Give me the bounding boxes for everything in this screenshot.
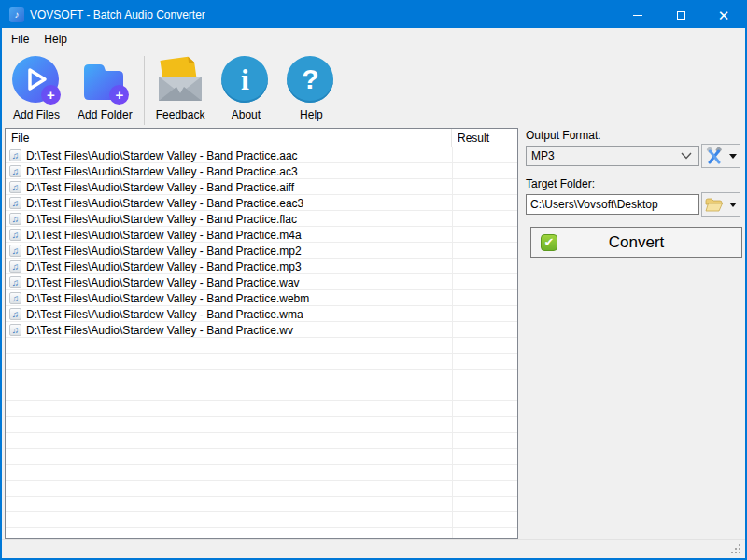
target-folder-label: Target Folder:: [526, 177, 595, 190]
file-list-row[interactable]: ♫ D:\Test Files\Audio\Stardew Valley - B…: [6, 195, 517, 211]
column-header-result[interactable]: Result: [452, 129, 517, 147]
minimize-icon: [633, 15, 642, 16]
column-header-file[interactable]: File: [6, 129, 452, 147]
format-settings-button[interactable]: [701, 144, 740, 168]
audio-file-icon: ♫: [9, 292, 21, 304]
app-icon-glyph: ♪: [15, 10, 20, 20]
dropdown-arrow-icon: [729, 203, 737, 207]
menu-file[interactable]: File: [4, 30, 36, 49]
audio-file-icon: ♫: [9, 165, 21, 177]
file-path-cell: ♫ D:\Test Files\Audio\Stardew Valley - B…: [6, 308, 452, 321]
file-path-cell: ♫ D:\Test Files\Audio\Stardew Valley - B…: [6, 245, 452, 258]
resize-grip[interactable]: [739, 552, 740, 553]
file-path: D:\Test Files\Audio\Stardew Valley - Ban…: [26, 324, 293, 337]
toolbar-separator: [144, 56, 145, 125]
file-path-cell: ♫ D:\Test Files\Audio\Stardew Valley - B…: [6, 292, 452, 305]
add-files-icon: +: [12, 56, 61, 105]
add-files-label: Add Files: [13, 108, 60, 121]
output-format-label: Output Format:: [526, 129, 601, 142]
audio-file-icon: ♫: [9, 229, 21, 241]
convert-label: Convert: [557, 233, 715, 252]
window-controls: ✕: [616, 2, 745, 28]
file-path: D:\Test Files\Audio\Stardew Valley - Ban…: [26, 260, 302, 273]
file-path: D:\Test Files\Audio\Stardew Valley - Ban…: [26, 292, 309, 305]
title-bar[interactable]: ♪ VOVSOFT - Batch Audio Converter ✕: [2, 2, 745, 28]
check-icon: ✔: [541, 234, 557, 251]
maximize-button[interactable]: [659, 2, 702, 28]
output-format-value: MP3: [531, 149, 555, 162]
audio-file-icon: ♫: [9, 245, 21, 257]
file-list-row[interactable]: ♫ D:\Test Files\Audio\Stardew Valley - B…: [6, 243, 517, 259]
add-folder-icon: +: [80, 56, 129, 105]
audio-file-icon: ♫: [9, 276, 21, 288]
audio-file-icon: ♫: [9, 308, 21, 320]
status-bar: [2, 539, 745, 558]
file-path-cell: ♫ D:\Test Files\Audio\Stardew Valley - B…: [6, 276, 452, 289]
about-icon: i: [221, 56, 270, 105]
maximize-icon: [677, 11, 685, 20]
file-list-row[interactable]: ♫ D:\Test Files\Audio\Stardew Valley - B…: [6, 147, 517, 163]
close-button[interactable]: ✕: [702, 2, 745, 28]
help-icon: ?: [287, 56, 335, 105]
menu-help[interactable]: Help: [36, 30, 75, 49]
menu-bar: File Help: [2, 28, 745, 50]
close-icon: ✕: [718, 8, 730, 22]
convert-button[interactable]: ✔ Convert: [530, 227, 742, 258]
file-list-row[interactable]: ♫ D:\Test Files\Audio\Stardew Valley - B…: [6, 227, 517, 243]
help-button[interactable]: ? Help: [278, 54, 344, 123]
file-path: D:\Test Files\Audio\Stardew Valley - Ban…: [26, 229, 302, 242]
file-list-row[interactable]: ♫ D:\Test Files\Audio\Stardew Valley - B…: [6, 179, 517, 195]
audio-file-icon: ♫: [9, 149, 21, 161]
file-path-cell: ♫ D:\Test Files\Audio\Stardew Valley - B…: [6, 181, 452, 194]
file-path-cell: ♫ D:\Test Files\Audio\Stardew Valley - B…: [6, 213, 452, 226]
minimize-button[interactable]: [616, 2, 659, 28]
feedback-icon: [156, 56, 204, 105]
file-path: D:\Test Files\Audio\Stardew Valley - Ban…: [26, 181, 294, 194]
window-title: VOVSOFT - Batch Audio Converter: [30, 8, 205, 21]
file-list-row[interactable]: ♫ D:\Test Files\Audio\Stardew Valley - B…: [6, 290, 517, 306]
audio-file-icon: ♫: [9, 260, 21, 273]
add-files-button[interactable]: + Add Files: [4, 54, 69, 123]
add-folder-label: Add Folder: [78, 108, 133, 121]
app-window: ♪ VOVSOFT - Batch Audio Converter ✕ File…: [0, 0, 747, 560]
add-folder-button[interactable]: + Add Folder: [69, 54, 141, 123]
target-folder-input[interactable]: [526, 194, 699, 215]
file-list[interactable]: File Result ♫ D:\Test Files\Audio\Starde…: [5, 128, 518, 539]
file-list-row[interactable]: ♫ D:\Test Files\Audio\Stardew Valley - B…: [6, 306, 517, 322]
chevron-down-icon: [681, 152, 692, 160]
dropdown-arrow-icon: [729, 154, 737, 159]
file-path: D:\Test Files\Audio\Stardew Valley - Ban…: [26, 197, 303, 210]
plus-badge-icon: +: [109, 85, 129, 105]
file-list-header: File Result: [6, 129, 517, 147]
audio-file-icon: ♫: [9, 197, 21, 209]
file-list-row[interactable]: ♫ D:\Test Files\Audio\Stardew Valley - B…: [6, 259, 517, 274]
about-label: About: [232, 108, 261, 121]
toolbar: + Add Files + Add Folder: [2, 50, 745, 127]
file-path-cell: ♫ D:\Test Files\Audio\Stardew Valley - B…: [6, 165, 452, 178]
plus-badge-icon: +: [41, 85, 61, 105]
feedback-label: Feedback: [156, 108, 205, 121]
file-list-row[interactable]: ♫ D:\Test Files\Audio\Stardew Valley - B…: [6, 211, 517, 227]
file-path: D:\Test Files\Audio\Stardew Valley - Ban…: [26, 213, 297, 226]
tools-icon: [702, 147, 726, 165]
file-path-cell: ♫ D:\Test Files\Audio\Stardew Valley - B…: [6, 149, 452, 162]
file-path-cell: ♫ D:\Test Files\Audio\Stardew Valley - B…: [6, 324, 452, 337]
file-path: D:\Test Files\Audio\Stardew Valley - Ban…: [26, 308, 303, 321]
file-path-cell: ♫ D:\Test Files\Audio\Stardew Valley - B…: [6, 229, 452, 242]
about-button[interactable]: i About: [213, 54, 278, 123]
file-list-row[interactable]: ♫ D:\Test Files\Audio\Stardew Valley - B…: [6, 322, 517, 338]
output-format-select[interactable]: MP3: [526, 146, 699, 166]
file-path: D:\Test Files\Audio\Stardew Valley - Ban…: [26, 245, 302, 258]
file-path-cell: ♫ D:\Test Files\Audio\Stardew Valley - B…: [6, 197, 452, 210]
file-list-body[interactable]: ♫ D:\Test Files\Audio\Stardew Valley - B…: [6, 147, 517, 538]
main-area: File Result ♫ D:\Test Files\Audio\Starde…: [2, 127, 745, 539]
file-path: D:\Test Files\Audio\Stardew Valley - Ban…: [26, 149, 298, 162]
audio-file-icon: ♫: [9, 324, 21, 336]
browse-folder-button[interactable]: [701, 192, 740, 217]
feedback-button[interactable]: Feedback: [148, 54, 214, 123]
browse-folder-dropdown[interactable]: [726, 203, 740, 207]
app-icon: ♪: [9, 7, 24, 22]
file-list-row[interactable]: ♫ D:\Test Files\Audio\Stardew Valley - B…: [6, 274, 517, 290]
file-list-row[interactable]: ♫ D:\Test Files\Audio\Stardew Valley - B…: [6, 163, 517, 179]
format-settings-dropdown[interactable]: [726, 154, 740, 159]
